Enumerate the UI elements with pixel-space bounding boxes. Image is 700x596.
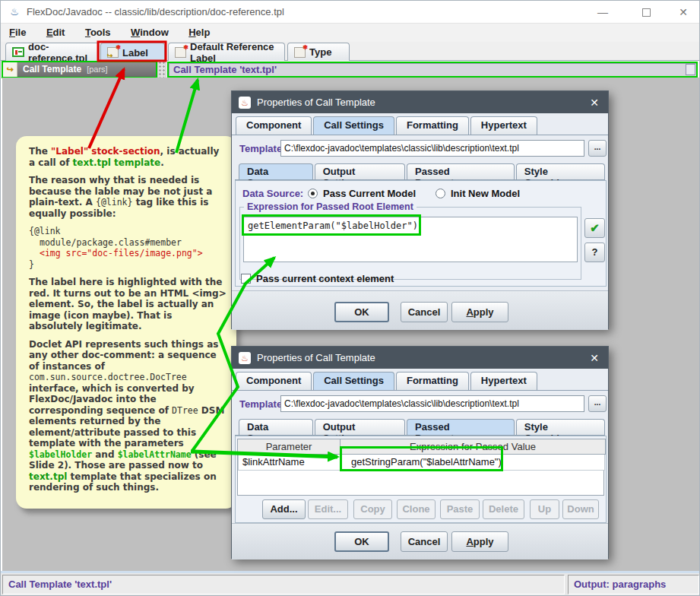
apply-button[interactable]: Apply [451, 302, 508, 322]
radio-init-new-model-label: Init New Model [451, 188, 520, 199]
note-label-ref: "Label" stock-section [51, 146, 160, 157]
subtab-passed-parameters[interactable]: Passed Parameters [407, 163, 515, 179]
param-cell[interactable]: $linkAttrName [238, 455, 340, 471]
expression-highlight-box [242, 214, 421, 236]
minimize-button[interactable]: — [590, 1, 616, 24]
menu-window[interactable]: Window [122, 24, 177, 42]
right-pane-title: Call Template 'text.tpl' [173, 64, 277, 75]
left-pane-params: [pars] [87, 65, 108, 74]
pass-context-checkbox[interactable] [241, 274, 251, 284]
status-left: Call Template 'text.tpl' [2, 575, 565, 594]
radio-pass-current-model[interactable] [308, 189, 318, 198]
template-path-field[interactable]: C:\flexdoc-javadoc\templates\classic\lib… [280, 140, 584, 157]
menu-edit[interactable]: Edit [38, 24, 74, 42]
add-button[interactable]: Add... [262, 499, 306, 519]
tab-component[interactable]: Component [236, 372, 312, 390]
browse-button[interactable]: ... [588, 140, 607, 157]
tab-hypertext[interactable]: Hypertext [470, 116, 537, 135]
edit-button[interactable]: Edit... [308, 499, 348, 519]
note-img-code: <img src="doc-files/image.png"> [29, 248, 227, 259]
tab-formatting[interactable]: Formatting [396, 372, 469, 390]
template-label: Template: [239, 398, 285, 410]
note-labelattrname-ref: $labelAttrName [118, 449, 192, 460]
tab-default-reference-label[interactable]: ✱ Default Reference Label [168, 43, 285, 61]
subtab-style-overrides[interactable]: Style Overrides [516, 419, 605, 435]
note-labelholder-ref: $labelHolder [29, 449, 92, 460]
expression-highlight-box [340, 446, 503, 471]
dialog-call-template-1: ♨ Properties of Call Template ✕ Componen… [231, 90, 609, 329]
menu-file[interactable]: File [1, 24, 34, 42]
delete-button[interactable]: Delete [483, 499, 524, 519]
dialog2-subtabs: Data Source Output Settings Passed Param… [235, 417, 605, 436]
app-icon: ♨ [8, 6, 21, 18]
status-bar: Call Template 'text.tpl' Output: paragra… [1, 573, 700, 596]
radio-pass-current-model-label: Pass Current Model [323, 188, 416, 199]
subtab-output-settings[interactable]: Output Settings [315, 163, 405, 179]
header-end-cap [686, 64, 695, 75]
cancel-button[interactable]: Cancel [401, 531, 448, 552]
call-section-icon: ✱↪ [107, 47, 119, 58]
ok-button[interactable]: OK [334, 531, 389, 552]
app-window: ♨ FlexDoc/Javadoc -- classic/lib/descrip… [0, 0, 700, 596]
dialog2-title: Properties of Call Template [257, 352, 588, 363]
window-title: FlexDoc/Javadoc -- classic/lib/descripti… [27, 1, 284, 24]
menu-help[interactable]: Help [180, 24, 218, 42]
dialog1-title: Properties of Call Template [257, 97, 588, 108]
cancel-button[interactable]: Cancel [401, 302, 448, 322]
expression-help-button[interactable]: ? [584, 243, 605, 262]
column-header-parameter[interactable]: Parameter [237, 439, 340, 455]
tab-component[interactable]: Component [236, 116, 312, 135]
data-source-label: Data Source: [242, 188, 303, 199]
tab-call-settings[interactable]: Call Settings [313, 116, 394, 135]
radio-init-new-model[interactable] [436, 189, 445, 198]
java-icon: ♨ [239, 97, 251, 109]
call-section-icon: ✱ [294, 47, 306, 58]
browse-button[interactable]: ... [588, 395, 607, 412]
left-pane-title: Call Template [23, 64, 81, 74]
close-button[interactable]: ✕ [670, 1, 696, 24]
down-button[interactable]: Down [562, 499, 599, 519]
validate-expression-button[interactable]: ✔ [584, 218, 605, 238]
tab-call-settings[interactable]: Call Settings [313, 372, 394, 390]
subtab-passed-parameters[interactable]: Passed Parameters [407, 419, 515, 435]
up-button[interactable]: Up [530, 499, 559, 519]
pass-context-checkbox-label: Pass current context element [256, 273, 394, 284]
call-template-icon: ↪ [3, 62, 17, 77]
menu-bar: File Edit Tools Window Help [1, 24, 700, 42]
subtab-style-overrides[interactable]: Style Overrides [516, 163, 605, 179]
template-icon [12, 47, 24, 57]
tab-doc-reference[interactable]: doc-reference.tpl [5, 43, 100, 61]
right-pane-header: Call Template 'text.tpl' [167, 62, 698, 78]
copy-button[interactable]: Copy [353, 499, 392, 519]
ok-button[interactable]: OK [334, 302, 389, 322]
dialog2-close-icon[interactable]: ✕ [588, 352, 601, 364]
dialog1-title-bar: ♨ Properties of Call Template ✕ [232, 91, 608, 113]
dialog1-subtabs: Data Source Output Settings Passed Param… [235, 161, 605, 180]
subtab-output-settings[interactable]: Output Settings [315, 419, 405, 435]
dialog1-tabs: Component Call Settings Formatting Hyper… [232, 114, 608, 135]
subtab-data-source[interactable]: Data Source [239, 163, 313, 179]
paste-button[interactable]: Paste [440, 499, 480, 519]
call-section-icon: ✱ [175, 47, 186, 58]
tab-label[interactable]: ✱↪ Label [100, 43, 165, 62]
note-texttpl-ref: text.tpl template [73, 157, 161, 168]
java-icon: ♨ [239, 352, 251, 364]
menu-tools[interactable]: Tools [77, 24, 119, 42]
tab-formatting[interactable]: Formatting [396, 116, 469, 135]
dialog1-close-icon[interactable]: ✕ [588, 97, 601, 109]
maximize-button[interactable] [642, 8, 651, 17]
clone-button[interactable]: Clone [397, 499, 436, 519]
dialog-call-template-2: ♨ Properties of Call Template ✕ Componen… [231, 346, 609, 559]
left-pane-header: ↪ Call Template[pars] [2, 61, 157, 78]
subtab-data-source[interactable]: Data Source [239, 419, 313, 435]
template-path-field[interactable]: C:\flexdoc-javadoc\templates\classic\lib… [280, 395, 584, 412]
tab-type[interactable]: ✱ Type [287, 43, 350, 61]
expression-groupbox-title: Expression for Passed Root Element [244, 201, 417, 212]
apply-button[interactable]: Apply [451, 531, 508, 552]
template-label: Template: [239, 143, 285, 154]
note-code-block: {@link module/package.class#member <img … [29, 226, 227, 270]
note-box: The "Label" stock-section, is actually a… [16, 136, 236, 509]
dialog2-title-bar: ♨ Properties of Call Template ✕ [232, 347, 608, 369]
tab-hypertext[interactable]: Hypertext [470, 372, 537, 390]
dialog2-tabs: Component Call Settings Formatting Hyper… [232, 369, 608, 391]
